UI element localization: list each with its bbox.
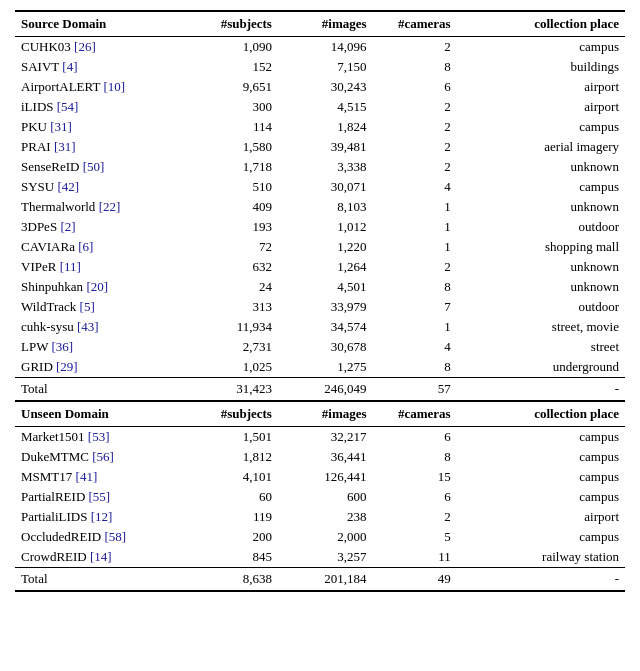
images-value: 2,000 <box>278 527 373 547</box>
images-header: #images <box>278 11 373 37</box>
table-row: 3DPeS [2] 193 1,012 1 outdoor <box>15 217 625 237</box>
place-value: unknown <box>457 157 625 177</box>
citation-ref: [10] <box>103 79 125 94</box>
dataset-name: cuhk-sysu [43] <box>15 317 183 337</box>
images-value: 8,103 <box>278 197 373 217</box>
dataset-name: WildTrack [5] <box>15 297 183 317</box>
subjects-value: 632 <box>183 257 278 277</box>
table-row: CrowdREID [14] 845 3,257 11 railway stat… <box>15 547 625 568</box>
cameras-value: 8 <box>373 447 457 467</box>
images-value: 4,501 <box>278 277 373 297</box>
subjects-value: 4,101 <box>183 467 278 487</box>
cameras-value: 8 <box>373 357 457 378</box>
place-value: campus <box>457 447 625 467</box>
dataset-name: PartialiLIDS [12] <box>15 507 183 527</box>
place-value: shopping mall <box>457 237 625 257</box>
table-row: AirportALERT [10] 9,651 30,243 6 airport <box>15 77 625 97</box>
cameras-value: 2 <box>373 37 457 58</box>
place-value: street, movie <box>457 317 625 337</box>
dataset-name: VIPeR [11] <box>15 257 183 277</box>
dataset-name: MSMT17 [41] <box>15 467 183 487</box>
unseen-domain-header: Unseen Domain <box>15 401 183 427</box>
place-value: campus <box>457 177 625 197</box>
subjects-value: 24 <box>183 277 278 297</box>
total-place: - <box>457 378 625 402</box>
cameras-value: 4 <box>373 177 457 197</box>
cameras-value: 7 <box>373 297 457 317</box>
dataset-name: PRAI [31] <box>15 137 183 157</box>
images-value: 39,481 <box>278 137 373 157</box>
cameras-value: 2 <box>373 97 457 117</box>
cameras-value: 1 <box>373 197 457 217</box>
place-value: street <box>457 337 625 357</box>
subjects-value: 1,501 <box>183 427 278 448</box>
citation-ref: [55] <box>89 489 111 504</box>
subjects-value: 9,651 <box>183 77 278 97</box>
citation-ref: [11] <box>60 259 81 274</box>
table-row: LPW [36] 2,731 30,678 4 street <box>15 337 625 357</box>
table-row: MSMT17 [41] 4,101 126,441 15 campus <box>15 467 625 487</box>
dataset-name: SenseReID [50] <box>15 157 183 177</box>
images-value: 1,220 <box>278 237 373 257</box>
images-value: 1,012 <box>278 217 373 237</box>
subjects-value: 1,090 <box>183 37 278 58</box>
images-value: 14,096 <box>278 37 373 58</box>
total-label: Total <box>15 568 183 592</box>
dataset-name: GRID [29] <box>15 357 183 378</box>
table-row: PKU [31] 114 1,824 2 campus <box>15 117 625 137</box>
cameras-value: 6 <box>373 77 457 97</box>
dataset-name: Market1501 [53] <box>15 427 183 448</box>
images-value: 30,243 <box>278 77 373 97</box>
subjects-value: 114 <box>183 117 278 137</box>
citation-ref: [22] <box>99 199 121 214</box>
cameras-value: 1 <box>373 217 457 237</box>
citation-ref: [50] <box>83 159 105 174</box>
images-value: 3,338 <box>278 157 373 177</box>
dataset-name: Thermalworld [22] <box>15 197 183 217</box>
table-row: Market1501 [53] 1,501 32,217 6 campus <box>15 427 625 448</box>
place-value: unknown <box>457 257 625 277</box>
total-cameras: 57 <box>373 378 457 402</box>
citation-ref: [29] <box>56 359 78 374</box>
cameras-value: 2 <box>373 117 457 137</box>
dataset-name: Shinpuhkan [20] <box>15 277 183 297</box>
total-cameras: 49 <box>373 568 457 592</box>
table-row: CAVIARa [6] 72 1,220 1 shopping mall <box>15 237 625 257</box>
citation-ref: [31] <box>54 139 76 154</box>
subjects-value: 510 <box>183 177 278 197</box>
citation-ref: [36] <box>51 339 73 354</box>
dataset-name: OccludedREID [58] <box>15 527 183 547</box>
place-value: campus <box>457 487 625 507</box>
cameras-value: 1 <box>373 237 457 257</box>
cameras-value: 6 <box>373 427 457 448</box>
unseen-subjects-header: #subjects <box>183 401 278 427</box>
place-value: unknown <box>457 277 625 297</box>
subjects-value: 845 <box>183 547 278 568</box>
place-value: campus <box>457 527 625 547</box>
table-row: iLIDS [54] 300 4,515 2 airport <box>15 97 625 117</box>
subjects-value: 200 <box>183 527 278 547</box>
subjects-value: 60 <box>183 487 278 507</box>
dataset-name: CrowdREID [14] <box>15 547 183 568</box>
dataset-name: CAVIARa [6] <box>15 237 183 257</box>
citation-ref: [31] <box>50 119 72 134</box>
subjects-value: 409 <box>183 197 278 217</box>
table-row: OccludedREID [58] 200 2,000 5 campus <box>15 527 625 547</box>
dataset-name: LPW [36] <box>15 337 183 357</box>
place-value: outdoor <box>457 217 625 237</box>
citation-ref: [41] <box>76 469 98 484</box>
dataset-name: iLIDS [54] <box>15 97 183 117</box>
images-value: 600 <box>278 487 373 507</box>
citation-ref: [56] <box>92 449 114 464</box>
table-row: DukeMTMC [56] 1,812 36,441 8 campus <box>15 447 625 467</box>
place-value: underground <box>457 357 625 378</box>
cameras-value: 8 <box>373 277 457 297</box>
subjects-value: 1,580 <box>183 137 278 157</box>
cameras-value: 15 <box>373 467 457 487</box>
source-total-row: Total 31,423 246,049 57 - <box>15 378 625 402</box>
table-row: WildTrack [5] 313 33,979 7 outdoor <box>15 297 625 317</box>
table-row: SAIVT [4] 152 7,150 8 buildings <box>15 57 625 77</box>
images-value: 238 <box>278 507 373 527</box>
cameras-value: 5 <box>373 527 457 547</box>
place-value: campus <box>457 37 625 58</box>
